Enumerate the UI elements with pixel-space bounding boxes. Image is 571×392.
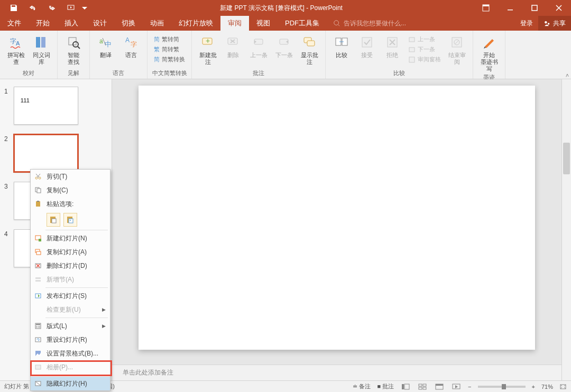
cm-background-format[interactable]: 设置背景格式(B)...: [31, 347, 110, 360]
share-button[interactable]: 共享: [538, 16, 571, 31]
cm-publish-slide[interactable]: 发布幻灯片(S): [31, 289, 110, 303]
svg-rect-39: [37, 201, 39, 202]
zoom-level[interactable]: 71%: [541, 384, 553, 390]
qat-customize[interactable]: [80, 0, 89, 16]
new-comment-button[interactable]: + 新建批注: [196, 33, 219, 67]
share-label: 共享: [553, 19, 566, 28]
svg-rect-41: [52, 219, 56, 223]
view-slideshow-icon[interactable]: [451, 382, 462, 391]
compare-button[interactable]: 比较: [330, 33, 353, 60]
ink-label: 开始 墨迹书写: [478, 52, 500, 72]
tab-view[interactable]: 视图: [249, 16, 278, 31]
qat-undo[interactable]: [23, 0, 42, 16]
maximize-icon[interactable]: [522, 0, 547, 16]
translate-button[interactable]: a中 翻译: [94, 33, 117, 60]
svg-text:A: A: [125, 36, 130, 44]
convert-both-button[interactable]: 简简繁转换: [152, 55, 187, 64]
compare-label: 比较: [336, 52, 347, 59]
login-link[interactable]: 登录: [515, 16, 538, 31]
zoom-out-button[interactable]: −: [468, 384, 471, 390]
svg-rect-54: [36, 324, 40, 325]
svg-rect-64: [419, 384, 422, 386]
language-button[interactable]: A字 语言: [119, 33, 143, 60]
slide-thumbnail-1[interactable]: 111: [14, 87, 78, 125]
svg-rect-62: [402, 384, 404, 389]
cm-new-section: 新增节(A): [31, 273, 110, 286]
delete-comment-label: 删除: [227, 52, 239, 59]
slide-thumbnail-2[interactable]: [14, 134, 78, 172]
current-slide[interactable]: [139, 86, 535, 350]
close-icon[interactable]: [547, 0, 571, 16]
trad-to-simp-button[interactable]: 简繁转简: [152, 35, 187, 44]
minimize-icon[interactable]: [498, 0, 522, 16]
tab-home[interactable]: 开始: [29, 16, 57, 31]
prev-comment-button: 上一条: [247, 33, 270, 60]
view-normal-icon[interactable]: [400, 382, 411, 391]
ribbon-options-icon[interactable]: [474, 0, 498, 16]
zoom-in-button[interactable]: +: [532, 384, 535, 390]
background-icon: [33, 348, 43, 359]
tab-animations[interactable]: 动画: [143, 16, 171, 31]
simp-to-trad-button[interactable]: 繁简转繁: [152, 45, 187, 54]
qat-slideshow[interactable]: [61, 0, 80, 16]
cm-cut[interactable]: 剪切(T): [31, 170, 110, 183]
thumb-number-1: 1: [4, 87, 14, 125]
zoom-fit-icon[interactable]: [559, 384, 567, 390]
translate-label: 翻译: [100, 52, 112, 59]
tab-pdf[interactable]: PDF工具集: [278, 16, 327, 31]
thumb-number-3: 3: [4, 182, 14, 220]
status-notes-button[interactable]: ≐ 备注: [353, 382, 371, 390]
smart-lookup-button[interactable]: 智能 查找: [62, 33, 85, 67]
vertical-scrollbar[interactable]: [561, 79, 571, 380]
spelling-label: 拼写检查: [5, 52, 26, 66]
cm-new-slide[interactable]: 新建幻灯片(N): [31, 231, 110, 245]
next-change-button: 下一条: [406, 45, 443, 54]
cm-delete-slide[interactable]: 删除幻灯片(D): [31, 259, 110, 273]
svg-rect-10: [36, 37, 40, 48]
reset-icon: [33, 334, 43, 345]
svg-rect-69: [436, 384, 443, 386]
layout-icon: [33, 321, 43, 331]
cm-hide-slide[interactable]: 隐藏幻灯片(H): [31, 377, 110, 390]
tab-slideshow[interactable]: 幻灯片放映: [171, 16, 220, 31]
cm-check-update: 检查更新(U) ▶: [31, 303, 110, 316]
cm-copy[interactable]: 复制(C): [31, 183, 110, 197]
paste-option-dest-theme[interactable]: [47, 213, 60, 227]
qat-save[interactable]: [4, 0, 23, 16]
view-sorter-icon[interactable]: [417, 382, 428, 391]
qat-redo[interactable]: [42, 0, 61, 16]
tell-me-search[interactable]: 告诉我您想要做什么...: [327, 16, 515, 31]
slide-canvas[interactable]: [112, 79, 561, 365]
cm-duplicate-slide[interactable]: 复制幻灯片(A): [31, 245, 110, 259]
smart-lookup-label: 智能 查找: [68, 52, 79, 66]
tab-file[interactable]: 文件: [0, 16, 29, 31]
album-icon: [33, 362, 43, 372]
scissors-icon: [33, 171, 43, 182]
spelling-button[interactable]: 字A 拼写检查: [4, 33, 27, 67]
tab-transitions[interactable]: 切换: [114, 16, 143, 31]
svg-text:A: A: [16, 40, 20, 46]
ink-button[interactable]: 开始 墨迹书写: [477, 33, 501, 73]
svg-rect-24: [307, 41, 315, 46]
tab-insert[interactable]: 插入: [57, 16, 86, 31]
group-insights: 见解: [62, 69, 85, 78]
tab-design[interactable]: 设计: [86, 16, 114, 31]
paste-option-picture[interactable]: [63, 213, 77, 227]
zoom-slider[interactable]: [478, 386, 526, 388]
status-comments-button[interactable]: ■ 批注: [377, 382, 394, 390]
view-reading-icon[interactable]: [434, 382, 445, 391]
cm-layout[interactable]: 版式(L) ▶: [31, 319, 110, 333]
end-review-button: 结束审阅: [445, 33, 468, 67]
svg-rect-50: [35, 277, 41, 279]
window-title: 新建 PPT 演示文稿 [兼容模式] - PowerPoint: [89, 4, 474, 13]
svg-rect-29: [409, 38, 415, 42]
notes-placeholder[interactable]: 单击此处添加备注: [112, 365, 561, 380]
show-comments-button[interactable]: 显示批注: [298, 33, 321, 67]
next-comment-button: 下一条: [272, 33, 296, 60]
delete-comment-button: 删除: [222, 33, 245, 60]
cm-reset-slide[interactable]: 重设幻灯片(R): [31, 333, 110, 347]
thesaurus-button[interactable]: 同义词库: [30, 33, 53, 67]
tab-review[interactable]: 审阅: [220, 16, 249, 31]
collapse-ribbon-icon[interactable]: ʌ: [566, 72, 569, 78]
svg-point-6: [545, 21, 547, 23]
